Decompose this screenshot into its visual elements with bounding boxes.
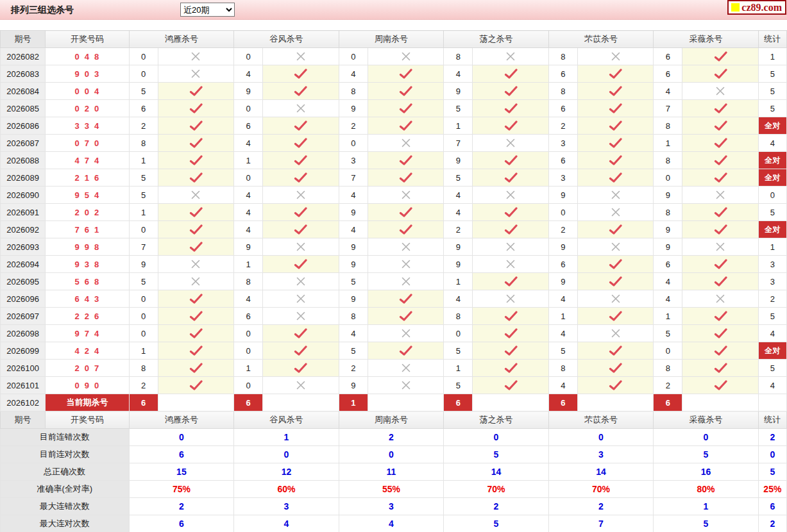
kill-number: 0 (129, 308, 158, 325)
kill-number: 9 (339, 377, 368, 394)
all-correct-badge: 全对 (758, 169, 786, 187)
summary-value: 4 (234, 515, 339, 532)
summary-row: 准确率(全对率)75%60%55%70%70%80%25% (1, 481, 787, 498)
all-correct-badge: 全对 (758, 152, 786, 169)
result-mark-cell (368, 360, 443, 377)
period-cell: 2026102 (1, 394, 46, 411)
result-mark-cell (577, 290, 653, 308)
result-mark-cell (158, 117, 233, 135)
kill-number: 5 (548, 342, 577, 360)
table-row: 2026086334262128全对 (1, 117, 787, 135)
check-icon (189, 172, 203, 183)
col-header-expert: 荡之杀号 (444, 31, 549, 48)
kill-number: 5 (444, 377, 473, 394)
check-icon (714, 276, 727, 287)
result-mark-cell (368, 65, 443, 83)
kill-number: 6 (234, 308, 263, 325)
kill-number-table: 期号开奖号码鸿雁杀号谷风杀号周南杀号荡之杀号芣苡杀号采薇杀号统计20260820… (0, 30, 787, 532)
summary-row: 目前连对次数6005350 (1, 446, 787, 463)
summary-value: 5 (654, 515, 759, 532)
check-icon (714, 328, 727, 338)
col-header-expert: 鸿雁杀号 (129, 31, 234, 48)
result-mark-cell (682, 65, 758, 83)
result-mark-cell (473, 360, 548, 377)
period-cell: 2026088 (1, 152, 46, 169)
summary-value: 5 (444, 515, 549, 532)
result-mark-cell (158, 83, 233, 100)
kill-number: 8 (234, 273, 263, 290)
result-mark-cell (577, 83, 653, 100)
summary-row: 最大连错次数2332216 (1, 498, 787, 515)
result-mark-cell (263, 152, 339, 169)
result-mark-cell (263, 360, 339, 377)
kill-number: 4 (654, 83, 682, 100)
draw-numbers: 048 (46, 48, 129, 65)
kill-number: 1 (654, 135, 682, 152)
kill-number: 0 (129, 290, 158, 308)
kill-number: 4 (339, 325, 368, 342)
summary-value: 14 (444, 463, 549, 481)
result-mark-cell (577, 152, 653, 169)
check-icon (609, 103, 622, 113)
kill-number: 7 (654, 100, 682, 117)
result-mark-cell (263, 48, 339, 65)
kill-number: 1 (444, 273, 473, 290)
check-icon (714, 51, 727, 62)
period-cell: 2026098 (1, 325, 46, 342)
stat-cell: 5 (758, 100, 786, 117)
check-icon (714, 363, 727, 373)
kill-number: 5 (654, 325, 682, 342)
result-mark-cell (682, 342, 758, 360)
cross-icon (296, 294, 306, 304)
period-range-select[interactable]: 近20期 (180, 3, 235, 17)
check-icon (504, 103, 518, 113)
kill-number: 2 (548, 117, 577, 135)
result-mark-cell (682, 273, 758, 290)
check-icon (189, 242, 203, 252)
col-header-stat: 统计 (758, 31, 786, 48)
kill-number: 1 (129, 152, 158, 169)
table-row: 20260966430494442 (1, 290, 787, 308)
check-icon (504, 380, 518, 390)
table-row: 20260912021494085 (1, 204, 787, 221)
kill-number: 8 (654, 152, 682, 169)
kill-number: 0 (234, 100, 263, 117)
check-icon (504, 328, 518, 338)
kill-number: 1 (234, 152, 263, 169)
check-icon (504, 155, 518, 165)
kill-number: 9 (234, 238, 263, 256)
summary-value: 55% (339, 481, 444, 498)
period-cell: 2026097 (1, 308, 46, 325)
kill-number: 9 (444, 238, 473, 256)
cross-icon (611, 328, 621, 338)
check-icon (189, 103, 203, 113)
kill-number: 4 (444, 65, 473, 83)
summary-value: 16 (654, 463, 759, 481)
kill-number: 9 (339, 100, 368, 117)
col-header-expert: 芣苡杀号 (548, 411, 654, 429)
kill-number: 3 (548, 135, 577, 152)
draw-numbers: 020 (46, 100, 129, 117)
cross-icon (715, 86, 725, 96)
check-icon (609, 259, 622, 269)
kill-number: 9 (548, 238, 577, 256)
check-icon (189, 363, 203, 373)
cross-icon (401, 190, 411, 200)
draw-numbers: 207 (46, 360, 129, 377)
result-mark-cell (473, 394, 548, 411)
result-mark-cell (368, 83, 443, 100)
check-icon (189, 86, 203, 96)
result-mark-cell (263, 342, 339, 360)
cross-icon (505, 259, 516, 269)
summary-stat-value: 0 (758, 446, 786, 463)
check-icon (189, 207, 203, 217)
table-row: 2026092761044229全对 (1, 221, 787, 238)
summary-value: 2 (129, 498, 234, 515)
check-icon (714, 311, 727, 321)
current-kill-number: 6 (654, 394, 682, 411)
draw-numbers: 903 (46, 65, 129, 83)
cross-icon (611, 190, 621, 200)
kill-number: 3 (339, 152, 368, 169)
result-mark-cell (368, 238, 443, 256)
site-logo[interactable]: cz89.com (727, 0, 786, 15)
